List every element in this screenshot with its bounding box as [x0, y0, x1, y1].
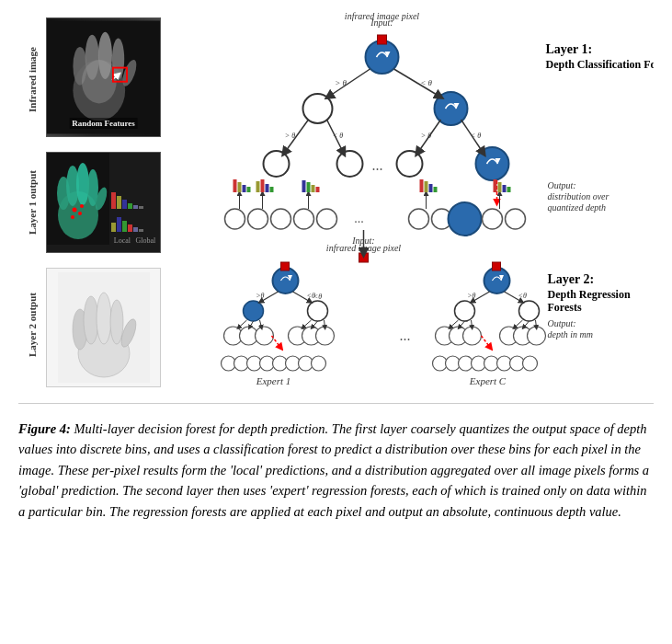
svg-text:< θ: < θ	[333, 132, 343, 140]
svg-point-42	[397, 151, 423, 177]
svg-text:infrared image pixel: infrared image pixel	[345, 11, 420, 21]
svg-point-103	[308, 301, 328, 321]
svg-rect-101	[281, 262, 290, 270]
svg-rect-87	[494, 179, 497, 192]
svg-text:<θ: <θ	[518, 292, 527, 300]
charts-area: Local Global	[109, 153, 160, 248]
caption-bold: Figure 4:	[18, 421, 71, 436]
svg-point-33	[303, 94, 333, 123]
svg-rect-84	[425, 181, 428, 192]
global-label: Global	[135, 236, 155, 245]
svg-point-110	[256, 327, 274, 345]
svg-point-117	[316, 327, 335, 345]
right-diagram: Input: infrared image pixel > θ < θ	[165, 9, 654, 396]
svg-text:>θ: >θ	[256, 292, 264, 300]
svg-rect-71	[233, 179, 237, 192]
svg-text:< θ: < θ	[420, 78, 432, 87]
svg-point-19	[71, 215, 74, 219]
svg-line-119	[313, 321, 318, 328]
svg-rect-85	[429, 184, 433, 192]
svg-point-43	[476, 147, 509, 180]
svg-point-20	[80, 204, 84, 208]
depth-hand-svg	[58, 272, 150, 383]
page: Infrared image Layer 1 output Layer 2 ou…	[0, 0, 672, 540]
svg-point-18	[78, 212, 82, 215]
svg-line-151	[524, 321, 530, 328]
svg-rect-76	[261, 179, 265, 192]
svg-point-64	[483, 209, 503, 229]
svg-point-161	[523, 356, 538, 371]
svg-rect-83	[420, 179, 424, 192]
svg-line-153	[482, 336, 491, 348]
layer2-output-box	[46, 268, 161, 387]
svg-line-37	[394, 69, 440, 97]
svg-text:distribution over: distribution over	[548, 191, 609, 201]
svg-point-129	[312, 356, 326, 371]
svg-text:<θ: <θ	[313, 293, 322, 301]
svg-point-40	[264, 151, 290, 177]
svg-rect-89	[503, 185, 507, 192]
svg-line-121	[272, 336, 281, 348]
svg-rect-30	[378, 35, 387, 44]
svg-point-59	[317, 209, 337, 229]
svg-point-132	[484, 268, 510, 293]
svg-point-55	[225, 209, 245, 229]
svg-rect-73	[243, 185, 246, 192]
svg-rect-79	[302, 180, 306, 192]
svg-point-25	[97, 293, 111, 344]
svg-point-99	[273, 268, 299, 293]
svg-point-24	[84, 296, 98, 344]
chart-labels-row: Local Global	[111, 236, 158, 245]
svg-text:...: ...	[354, 212, 364, 225]
svg-rect-78	[270, 187, 274, 192]
svg-text:Output:: Output:	[548, 318, 576, 328]
svg-text:Output:: Output:	[548, 180, 576, 190]
svg-point-58	[294, 209, 314, 229]
svg-rect-96	[359, 253, 369, 262]
caption-text: Multi-layer decision forest for depth pr…	[18, 421, 649, 519]
svg-rect-74	[247, 187, 251, 192]
svg-rect-81	[312, 185, 315, 192]
svg-line-114	[260, 320, 262, 328]
random-features-label: Random Features	[69, 118, 138, 129]
svg-point-149	[528, 327, 546, 345]
svg-rect-88	[498, 182, 502, 192]
svg-text:Forests: Forests	[548, 301, 582, 314]
infrared-image-box: Random Features	[46, 17, 161, 137]
svg-rect-90	[507, 187, 511, 192]
svg-line-112	[239, 320, 247, 328]
svg-text:>θ: >θ	[467, 292, 475, 300]
chart-local	[111, 189, 158, 209]
svg-point-136	[519, 301, 540, 321]
svg-point-26	[110, 300, 123, 344]
svg-point-63	[449, 202, 482, 236]
divider	[18, 403, 654, 404]
main-diagram-svg: Input: infrared image pixel > θ < θ	[165, 9, 654, 396]
colored-hand-svg	[47, 153, 109, 245]
label-layer1: Layer 1 output	[27, 170, 38, 235]
svg-rect-75	[256, 181, 260, 192]
svg-rect-82	[316, 187, 320, 192]
svg-rect-77	[266, 184, 269, 192]
svg-point-61	[409, 209, 429, 229]
svg-point-143	[463, 327, 482, 345]
svg-text:Expert 1: Expert 1	[256, 375, 291, 386]
svg-text:Layer 1:: Layer 1:	[546, 42, 593, 56]
svg-text:> θ: > θ	[335, 78, 347, 87]
svg-point-41	[337, 151, 363, 177]
left-images: Random Features	[46, 9, 165, 396]
svg-point-7	[82, 60, 117, 103]
chart-global	[111, 212, 158, 232]
vertical-labels: Infrared image Layer 1 output Layer 2 ou…	[18, 9, 46, 396]
figure-caption: Figure 4: Multi-layer decision forest fo…	[18, 419, 654, 522]
local-label: Local	[114, 236, 131, 245]
svg-point-14	[76, 163, 89, 205]
svg-text:> θ: > θ	[285, 132, 295, 140]
svg-point-57	[271, 209, 291, 229]
svg-text:...: ...	[400, 328, 411, 343]
svg-text:Depth Classification Forest: Depth Classification Forest	[546, 58, 655, 71]
svg-text:> θ: > θ	[421, 132, 431, 140]
label-infrared: Infrared image	[27, 47, 38, 112]
label-layer2: Layer 2 output	[27, 293, 38, 357]
svg-rect-80	[307, 182, 311, 192]
